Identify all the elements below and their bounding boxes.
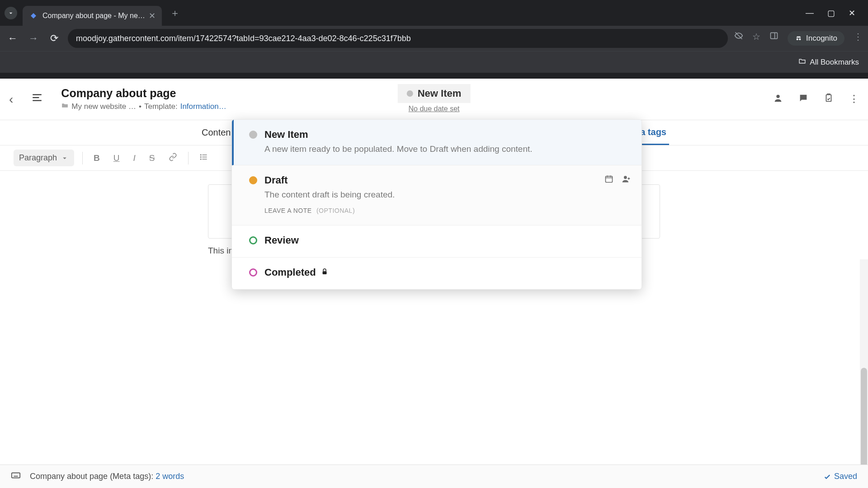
svg-rect-22 bbox=[606, 176, 613, 182]
calendar-icon[interactable] bbox=[604, 174, 613, 186]
status-option-new-item[interactable]: New Item A new item ready to be populate… bbox=[232, 120, 642, 165]
template-prefix: Template: bbox=[144, 102, 178, 111]
incognito-badge[interactable]: Incognito bbox=[788, 31, 844, 46]
svg-point-14 bbox=[200, 156, 201, 157]
check-icon bbox=[823, 473, 831, 481]
svg-point-15 bbox=[200, 159, 201, 160]
underline-button[interactable]: U bbox=[111, 151, 123, 165]
url-text: moodjoy.gathercontent.com/item/17422574?… bbox=[76, 34, 411, 43]
footer-bar: Company about page (Meta tags): 2 words … bbox=[0, 465, 868, 488]
leave-note-label: LEAVE A NOTE (OPTIONAL) bbox=[264, 207, 629, 214]
status-option-review[interactable]: Review bbox=[232, 225, 642, 258]
italic-button[interactable]: I bbox=[131, 151, 138, 165]
svg-rect-29 bbox=[322, 271, 326, 274]
chevron-down-icon bbox=[61, 154, 69, 162]
minimize-button[interactable]: ― bbox=[806, 8, 814, 18]
status-pill: New Item No due date set bbox=[398, 84, 471, 113]
forward-button[interactable]: → bbox=[26, 33, 41, 44]
status-circle-icon bbox=[249, 268, 257, 277]
more-icon[interactable]: ⋮ bbox=[849, 93, 859, 106]
reload-button[interactable]: ⟳ bbox=[47, 33, 61, 44]
status-dot-icon bbox=[407, 90, 413, 97]
url-bar: ← → ⟳ moodjoy.gathercontent.com/item/174… bbox=[0, 26, 868, 51]
incognito-icon bbox=[795, 35, 802, 42]
gathercontent-icon bbox=[29, 11, 38, 20]
lock-icon bbox=[321, 268, 329, 277]
folder-icon bbox=[798, 57, 806, 67]
svg-point-8 bbox=[776, 94, 779, 98]
svg-rect-16 bbox=[12, 473, 20, 478]
status-dropdown-trigger[interactable]: New Item bbox=[398, 84, 471, 103]
browser-chrome: Company about page - My ne… ✕ ＋ ― ▢ ✕ ← … bbox=[0, 0, 868, 79]
paragraph-select[interactable]: Paragraph bbox=[14, 150, 74, 166]
svg-rect-1 bbox=[771, 33, 778, 38]
side-panel-icon[interactable] bbox=[769, 31, 778, 46]
tab-content[interactable]: Conten bbox=[199, 121, 234, 144]
user-icon[interactable] bbox=[773, 93, 783, 106]
close-window-button[interactable]: ✕ bbox=[849, 8, 855, 18]
status-circle-icon bbox=[249, 236, 257, 244]
url-icons: ☆ Incognito ⋮ bbox=[734, 31, 863, 46]
folder-icon bbox=[61, 102, 69, 112]
app-header: ‹ Company about page My new website … • … bbox=[0, 79, 868, 120]
page-title: Company about page bbox=[61, 87, 226, 100]
list-button[interactable] bbox=[197, 151, 211, 165]
bookmark-bar: All Bookmarks bbox=[0, 51, 868, 73]
clipboard-icon[interactable] bbox=[824, 93, 834, 106]
chevron-down-icon bbox=[7, 9, 14, 17]
svg-point-4 bbox=[799, 38, 801, 40]
breadcrumb: My new website … • Template: Information… bbox=[61, 102, 226, 112]
app-back-button[interactable]: ‹ bbox=[9, 92, 13, 107]
scrollbar[interactable] bbox=[860, 259, 868, 465]
status-option-completed[interactable]: Completed bbox=[232, 258, 642, 289]
svg-point-13 bbox=[200, 154, 201, 155]
status-circle-icon bbox=[249, 176, 257, 184]
strike-button[interactable]: S bbox=[146, 151, 158, 165]
status-label: New Item bbox=[418, 88, 462, 99]
scrollbar-thumb[interactable] bbox=[861, 368, 867, 467]
template-link[interactable]: Information… bbox=[180, 102, 226, 111]
tabs-dropdown[interactable] bbox=[5, 7, 17, 19]
status-option-draft[interactable]: Draft The content draft is being created… bbox=[232, 165, 642, 225]
saved-indicator: Saved bbox=[823, 472, 857, 481]
eye-off-icon[interactable] bbox=[734, 31, 743, 46]
header-actions: ⋮ bbox=[773, 93, 859, 106]
comments-icon[interactable] bbox=[798, 93, 808, 106]
title-area: Company about page My new website … • Te… bbox=[61, 87, 226, 112]
kebab-menu-icon[interactable]: ⋮ bbox=[854, 31, 863, 46]
svg-point-3 bbox=[797, 38, 798, 40]
window-controls: ― ▢ ✕ bbox=[806, 8, 863, 18]
word-count[interactable]: 2 words bbox=[156, 472, 184, 481]
status-row-actions bbox=[604, 174, 631, 186]
back-button[interactable]: ← bbox=[5, 33, 20, 44]
url-field[interactable]: moodjoy.gathercontent.com/item/17422574?… bbox=[68, 29, 728, 48]
maximize-button[interactable]: ▢ bbox=[827, 8, 835, 18]
status-popover: New Item A new item ready to be populate… bbox=[231, 119, 642, 290]
link-button[interactable] bbox=[166, 151, 180, 165]
assign-user-icon[interactable] bbox=[622, 174, 631, 186]
close-icon[interactable]: ✕ bbox=[149, 11, 156, 21]
status-circle-icon bbox=[249, 131, 257, 139]
hamburger-icon[interactable] bbox=[31, 92, 43, 107]
footer-context: Company about page (Meta tags): bbox=[30, 472, 153, 481]
new-tab-button[interactable]: ＋ bbox=[170, 6, 180, 20]
star-icon[interactable]: ☆ bbox=[752, 31, 760, 46]
svg-point-26 bbox=[624, 176, 627, 179]
due-date-link[interactable]: No due date set bbox=[398, 105, 471, 113]
breadcrumb-folder[interactable]: My new website … bbox=[71, 102, 136, 111]
keyboard-icon[interactable] bbox=[11, 470, 21, 483]
tab-title: Company about page - My ne… bbox=[42, 12, 145, 20]
all-bookmarks-link[interactable]: All Bookmarks bbox=[810, 58, 859, 67]
svg-rect-9 bbox=[826, 94, 831, 101]
tab-bar: Company about page - My ne… ✕ ＋ ― ▢ ✕ bbox=[0, 0, 868, 26]
bold-button[interactable]: B bbox=[91, 151, 103, 165]
browser-tab[interactable]: Company about page - My ne… ✕ bbox=[23, 6, 162, 26]
